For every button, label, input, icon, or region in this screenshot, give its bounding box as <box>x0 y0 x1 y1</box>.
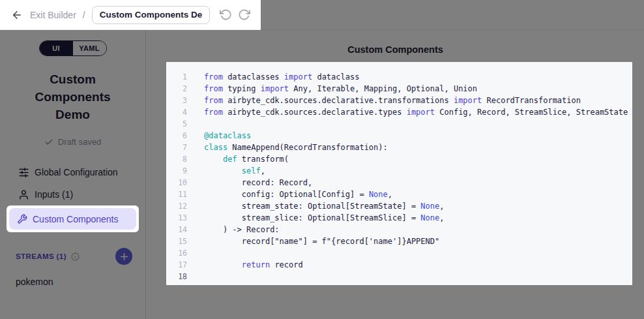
line-number: 12 <box>166 200 187 212</box>
line-number: 6 <box>166 130 187 142</box>
code-line[interactable]: 10 record: Record, <box>166 177 632 189</box>
code-line[interactable]: 8 def transform( <box>166 153 632 165</box>
sidebar-item-label: Custom Components <box>33 214 119 224</box>
line-number: 7 <box>166 142 187 153</box>
code-line[interactable]: 7class NameAppend(RecordTransformation): <box>166 142 632 153</box>
code-line[interactable]: 15 record["name"] = f"{record['name']}AP… <box>166 235 632 247</box>
line-number: 5 <box>166 118 187 130</box>
line-number: 4 <box>166 106 187 118</box>
code-line[interactable]: 9 self, <box>166 165 632 177</box>
code-text: config: Optional[Config] = None, <box>204 190 392 199</box>
line-number: 14 <box>166 224 187 235</box>
line-number: 9 <box>166 165 187 177</box>
code-text: class NameAppend(RecordTransformation): <box>204 143 388 152</box>
code-line[interactable]: 4from airbyte_cdk.sources.declarative.ty… <box>166 106 632 118</box>
code-line[interactable]: 6@dataclass <box>166 130 632 142</box>
code-text: @dataclass <box>204 131 251 140</box>
code-text: stream_state: Optional[StreamState] = No… <box>204 202 444 211</box>
code-line[interactable]: 2from typing import Any, Iterable, Mappi… <box>166 83 632 95</box>
code-line[interactable]: 3from airbyte_cdk.sources.declarative.tr… <box>166 95 632 106</box>
line-number: 3 <box>166 95 187 106</box>
code-line[interactable]: 14 ) -> Record: <box>166 224 632 235</box>
code-text: def transform( <box>204 155 289 164</box>
code-line[interactable]: 13 stream_slice: Optional[StreamSlice] =… <box>166 212 632 224</box>
line-number: 17 <box>166 259 187 271</box>
code-text: from dataclasses import dataclass <box>204 72 359 82</box>
undo-icon <box>220 8 232 21</box>
back-button[interactable] <box>9 7 25 23</box>
code-line[interactable]: 11 config: Optional[Config] = None, <box>166 189 632 200</box>
project-title-input[interactable] <box>92 6 210 24</box>
code-text: stream_slice: Optional[StreamSlice] = No… <box>204 213 444 222</box>
spotlight-highlight: Custom Components <box>7 205 139 232</box>
wrench-icon <box>17 214 27 224</box>
code-text: return record <box>204 260 303 269</box>
line-number: 15 <box>166 235 187 247</box>
redo-button[interactable] <box>237 8 252 22</box>
arrow-left-icon <box>11 9 23 21</box>
line-number: 13 <box>166 212 187 224</box>
line-number: 16 <box>166 247 187 259</box>
redo-icon <box>238 8 250 21</box>
line-number: 8 <box>166 153 187 165</box>
code-line[interactable]: 16 <box>166 247 632 259</box>
code-line[interactable]: 18 <box>166 271 632 282</box>
code-line[interactable]: 12 stream_state: Optional[StreamState] =… <box>166 200 632 212</box>
line-number: 10 <box>166 177 187 189</box>
code-editor[interactable]: 1from dataclasses import dataclass2from … <box>166 62 632 285</box>
line-number: 1 <box>166 71 187 83</box>
code-text: self, <box>204 166 265 175</box>
code-text: record: Record, <box>204 178 312 187</box>
line-number: 11 <box>166 189 187 200</box>
line-number: 18 <box>166 271 187 282</box>
code-text: from typing import Any, Iterable, Mappin… <box>204 84 477 93</box>
line-number: 2 <box>166 83 187 95</box>
undo-button[interactable] <box>219 8 233 22</box>
code-text: record["name"] = f"{record['name']}APPEN… <box>204 237 439 246</box>
code-line[interactable]: 17 return record <box>166 259 632 271</box>
code-text: from airbyte_cdk.sources.declarative.tra… <box>204 96 581 105</box>
breadcrumb-separator: / <box>83 10 85 20</box>
dim-overlay-top <box>261 0 644 30</box>
exit-builder-link[interactable]: Exit Builder <box>30 10 76 20</box>
code-line[interactable]: 5 <box>166 118 632 130</box>
code-text: ) -> Record: <box>204 225 280 234</box>
code-text: from airbyte_cdk.sources.declarative.typ… <box>204 108 628 117</box>
sidebar-item-custom-components[interactable]: Custom Components <box>9 208 136 230</box>
code-line[interactable]: 1from dataclasses import dataclass <box>166 71 632 83</box>
